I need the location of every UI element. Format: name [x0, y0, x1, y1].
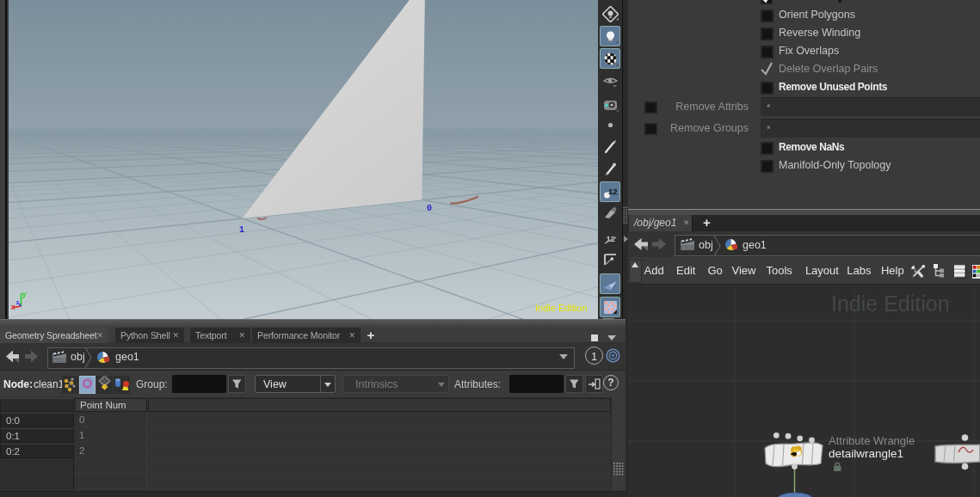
svg-text:z: z: [16, 300, 20, 306]
svg-text:1: 1: [239, 225, 244, 235]
svg-text:0: 0: [427, 204, 432, 213]
svg-text:Indie Edition: Indie Edition: [535, 303, 588, 313]
svg-text:12: 12: [608, 186, 618, 195]
svg-text:Indie Edition: Indie Edition: [831, 291, 950, 316]
svg-text:y: y: [22, 291, 28, 299]
